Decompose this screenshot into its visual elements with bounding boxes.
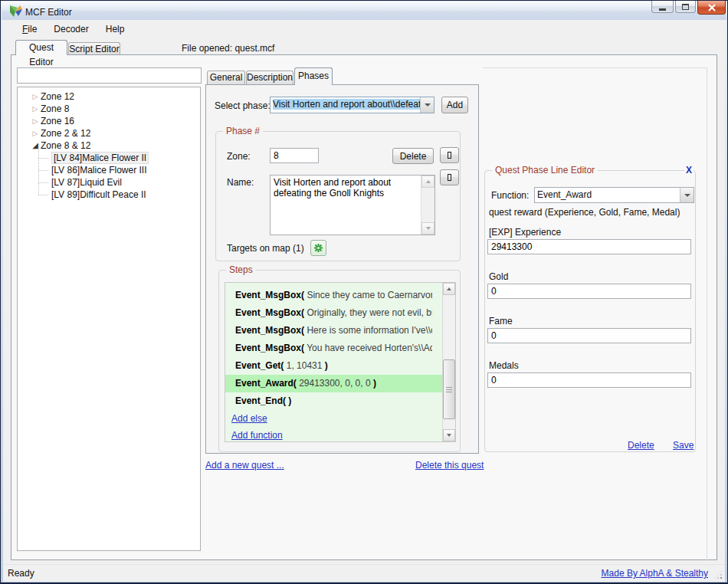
tab-quest-editor[interactable]: Quest Editor: [15, 40, 67, 55]
search-input[interactable]: [17, 67, 202, 84]
tree-quest-item[interactable]: [LV 87]Liquid Evil: [18, 176, 200, 189]
add-function-link[interactable]: Add function: [231, 430, 283, 441]
add-else-link[interactable]: Add else: [231, 413, 267, 424]
step-row[interactable]: Event_End( ): [225, 392, 432, 410]
menu-file[interactable]: File: [14, 21, 45, 37]
function-description: quest reward (Experience, Gold, Fame, Me…: [489, 207, 680, 218]
tree-quest-label[interactable]: [LV 86]Malice Flower III: [51, 165, 147, 176]
scroll-up-button[interactable]: [443, 283, 455, 295]
fame-label: Fame: [489, 316, 513, 326]
add-new-quest-link[interactable]: Add a new quest ...: [205, 460, 284, 471]
quest-tree: ▷Zone 12 ▷Zone 8 ▷Zone 16 ▷Zone 2 & 12 ◢…: [17, 87, 201, 551]
fame-input[interactable]: [487, 328, 691, 343]
targets-on-map-button[interactable]: [310, 240, 326, 256]
phase-groupbox: Phase # Zone: Delete Name: Visit Horten …: [215, 131, 461, 261]
step-row[interactable]: Event_Get( 1, 10431 ): [225, 357, 432, 375]
tree-quest-label[interactable]: [LV 89]Difficult Peace II: [51, 189, 146, 200]
menu-help[interactable]: Help: [97, 21, 133, 37]
scroll-down-button[interactable]: [443, 429, 455, 441]
move-up-button[interactable]: [440, 147, 459, 163]
phase-select-combobox[interactable]: Visit Horten and report about\\defeating: [270, 97, 435, 113]
step-row-selected[interactable]: Event_Award( 29413300, 0, 0, 0 ): [225, 375, 444, 392]
tree-node-label[interactable]: Zone 2 & 12: [41, 127, 90, 139]
step-row[interactable]: Event_MsgBox( You have received Horten's…: [225, 340, 432, 357]
function-dropdown-button[interactable]: [680, 188, 694, 202]
tree-node-zone-8-12[interactable]: ◢Zone 8 & 12: [18, 139, 200, 152]
function-combobox[interactable]: Event_Award: [534, 187, 694, 203]
tree-quest-item[interactable]: [LV 86]Malice Flower III: [18, 164, 200, 176]
maximize-button[interactable]: [675, 1, 696, 13]
tree-node-label[interactable]: Zone 8: [41, 103, 69, 115]
exp-input[interactable]: [487, 239, 691, 254]
medals-input[interactable]: [487, 372, 691, 388]
phase-select-dropdown-button[interactable]: [420, 97, 434, 113]
step-row[interactable]: Event_MsgBox( Since they came to Caernar…: [225, 287, 432, 304]
resize-grip[interactable]: [720, 577, 722, 579]
app-window: MCF Editor File Decoder Help Quest Edito…: [0, 0, 728, 584]
tree-node-zone-2-12[interactable]: ▷Zone 2 & 12: [18, 127, 200, 139]
line-save-link[interactable]: Save: [673, 440, 694, 451]
steps-groupbox: Steps Event_MsgBox( Since they came to C…: [218, 270, 461, 452]
status-bar: Ready Made By AlphA & Stealthy: [3, 564, 725, 582]
menu-bar: File Decoder Help: [3, 21, 725, 37]
file-opened-label: File opened: quest.mcf: [182, 43, 274, 54]
scroll-down-button[interactable]: [421, 222, 435, 235]
tree-node-zone-12[interactable]: ▷Zone 12: [18, 90, 200, 103]
phase-select-value: Visit Horten and report about\\defeating: [271, 97, 420, 113]
tree-node-zone-16[interactable]: ▷Zone 16: [18, 115, 200, 127]
chevron-collapsed-icon[interactable]: ▷: [30, 115, 41, 127]
scroll-up-button[interactable]: [421, 176, 435, 188]
arrow-down-icon: [426, 227, 431, 230]
chevron-collapsed-icon[interactable]: ▷: [30, 103, 41, 115]
tab-script-editor[interactable]: Script Editor: [68, 42, 120, 54]
maximize-icon: [682, 4, 689, 10]
close-editor-icon[interactable]: X: [684, 165, 694, 176]
chevron-down-icon: [684, 194, 690, 197]
credits-link[interactable]: Made By AlphA & Stealthy: [602, 568, 708, 579]
panel-right-divider: [707, 67, 707, 560]
tree-node-zone-8[interactable]: ▷Zone 8: [18, 103, 200, 115]
delete-this-quest-link[interactable]: Delete this quest: [415, 460, 484, 471]
add-else-row: Add else: [225, 410, 455, 427]
tree-children: [LV 84]Malice Flower II [LV 86]Malice Fl…: [18, 152, 200, 201]
chevron-collapsed-icon[interactable]: ▷: [30, 90, 41, 103]
tree-quest-label-selected[interactable]: [LV 84]Malice Flower II: [51, 152, 149, 164]
gold-input[interactable]: [487, 284, 691, 299]
tree-quest-item[interactable]: [LV 84]Malice Flower II: [18, 152, 200, 164]
phase-name-textarea[interactable]: Visit Horten and report about defeating …: [271, 176, 421, 233]
tree-quest-label[interactable]: [LV 87]Liquid Evil: [51, 177, 122, 188]
select-phase-label: Select phase:: [215, 100, 271, 111]
name-label: Name:: [227, 177, 254, 188]
steps-scrollbar[interactable]: [442, 283, 455, 441]
app-icon: [8, 5, 24, 18]
tree-quest-item[interactable]: [LV 89]Difficult Peace II: [18, 189, 200, 201]
medals-label: Medals: [489, 360, 519, 371]
menu-decoder[interactable]: Decoder: [45, 21, 97, 37]
tab-phases[interactable]: Phases: [294, 67, 333, 85]
add-phase-button[interactable]: Add: [441, 97, 468, 113]
arrow-up-icon: [447, 287, 451, 290]
chevron-collapsed-icon[interactable]: ▷: [30, 127, 41, 139]
scrollbar-thumb[interactable]: [443, 359, 455, 419]
phase-name-field[interactable]: Visit Horten and report about defeating …: [270, 175, 435, 235]
minimize-button[interactable]: [651, 1, 674, 13]
delete-phase-button[interactable]: Delete: [392, 148, 434, 164]
close-button[interactable]: [697, 1, 726, 15]
step-row[interactable]: Event_MsgBox( Originally, they were not …: [225, 304, 432, 322]
tab-description[interactable]: Description: [246, 71, 293, 84]
move-down-button[interactable]: [440, 169, 459, 185]
panel-top-divider: [483, 67, 707, 68]
step-row[interactable]: Event_MsgBox( Here is some information I…: [225, 322, 432, 340]
title-bar[interactable]: MCF Editor: [2, 2, 726, 20]
function-value: Event_Award: [535, 188, 680, 202]
tab-general[interactable]: General: [207, 71, 245, 84]
tree-node-label[interactable]: Zone 16: [41, 115, 74, 127]
tree-node-label[interactable]: Zone 8 & 12: [41, 139, 90, 152]
zone-input[interactable]: [270, 148, 319, 163]
name-scrollbar[interactable]: [421, 176, 435, 235]
thumb-grip-icon: [446, 387, 452, 392]
minimize-icon: [659, 8, 666, 11]
tree-node-label[interactable]: Zone 12: [41, 90, 74, 103]
line-editor-title: Quest Phase Line Editor: [492, 165, 598, 176]
line-delete-link[interactable]: Delete: [628, 440, 654, 451]
